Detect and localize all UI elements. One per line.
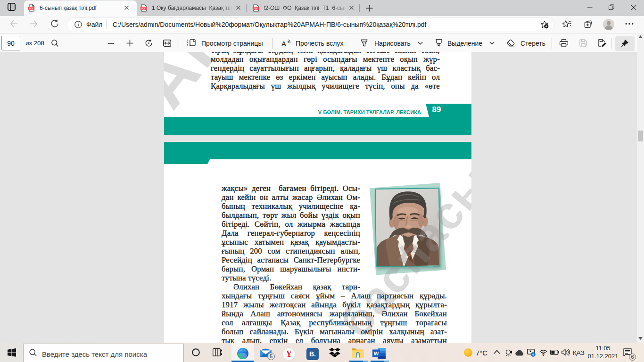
svg-text:PDF: PDF [29, 8, 33, 10]
svg-text:A: A [281, 40, 286, 48]
svg-text:PDF: PDF [141, 8, 146, 10]
svg-text:PDF: PDF [254, 8, 258, 10]
svg-text:W: W [374, 351, 379, 356]
